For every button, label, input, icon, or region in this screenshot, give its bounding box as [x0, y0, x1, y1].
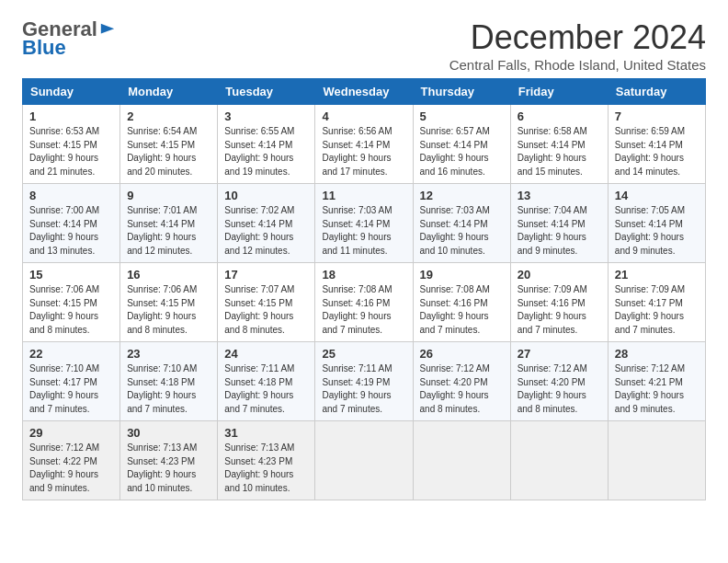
calendar-cell: 9Sunrise: 7:01 AMSunset: 4:14 PMDaylight… — [120, 184, 218, 263]
calendar-cell: 18Sunrise: 7:08 AMSunset: 4:16 PMDayligh… — [315, 263, 413, 342]
cell-content: Sunrise: 7:09 AMSunset: 4:16 PMDaylight:… — [518, 283, 601, 337]
weekday-header-sunday: Sunday — [23, 79, 120, 105]
day-number: 10 — [224, 189, 308, 202]
calendar-cell — [315, 421, 413, 500]
calendar-cell: 5Sunrise: 6:57 AMSunset: 4:14 PMDaylight… — [413, 105, 510, 184]
calendar-cell: 26Sunrise: 7:12 AMSunset: 4:20 PMDayligh… — [413, 342, 510, 421]
cell-content: Sunrise: 7:01 AMSunset: 4:14 PMDaylight:… — [127, 204, 210, 258]
day-number: 4 — [322, 109, 405, 123]
cell-content: Sunrise: 7:08 AMSunset: 4:16 PMDaylight:… — [322, 283, 405, 337]
day-number: 21 — [615, 268, 699, 282]
day-number: 31 — [224, 426, 308, 440]
cell-content: Sunrise: 6:53 AMSunset: 4:15 PMDaylight:… — [29, 125, 113, 178]
calendar-cell: 19Sunrise: 7:08 AMSunset: 4:16 PMDayligh… — [413, 263, 510, 342]
day-number: 8 — [29, 189, 113, 202]
calendar-cell: 6Sunrise: 6:58 AMSunset: 4:14 PMDaylight… — [510, 105, 608, 184]
calendar-cell: 24Sunrise: 7:11 AMSunset: 4:18 PMDayligh… — [218, 342, 315, 421]
day-number: 29 — [29, 426, 113, 440]
cell-content: Sunrise: 7:06 AMSunset: 4:15 PMDaylight:… — [29, 283, 113, 337]
calendar-cell: 27Sunrise: 7:12 AMSunset: 4:20 PMDayligh… — [510, 342, 608, 421]
day-number: 2 — [127, 109, 210, 123]
calendar-week-3: 15Sunrise: 7:06 AMSunset: 4:15 PMDayligh… — [23, 263, 706, 342]
day-number: 17 — [224, 268, 308, 282]
calendar-table: SundayMondayTuesdayWednesdayThursdayFrid… — [22, 78, 706, 500]
day-number: 28 — [615, 347, 699, 361]
calendar-cell: 14Sunrise: 7:05 AMSunset: 4:14 PMDayligh… — [608, 184, 705, 263]
day-number: 16 — [127, 268, 210, 282]
day-number: 6 — [518, 109, 601, 123]
day-number: 22 — [29, 347, 113, 361]
logo: General Blue — [22, 18, 116, 59]
cell-content: Sunrise: 6:59 AMSunset: 4:14 PMDaylight:… — [615, 125, 699, 178]
day-number: 27 — [518, 347, 601, 361]
cell-content: Sunrise: 7:06 AMSunset: 4:15 PMDaylight:… — [127, 283, 210, 337]
logo-flag-icon — [99, 22, 116, 39]
calendar-cell: 10Sunrise: 7:02 AMSunset: 4:14 PMDayligh… — [218, 184, 315, 263]
day-number: 9 — [127, 189, 210, 202]
day-number: 11 — [322, 189, 405, 202]
weekday-header-monday: Monday — [120, 79, 218, 105]
location-subtitle: Central Falls, Rhode Island, United Stat… — [449, 57, 706, 73]
page-header: General Blue December 2024 Central Falls… — [22, 18, 706, 73]
calendar-cell: 30Sunrise: 7:13 AMSunset: 4:23 PMDayligh… — [120, 421, 218, 500]
calendar-week-1: 1Sunrise: 6:53 AMSunset: 4:15 PMDaylight… — [23, 105, 706, 184]
cell-content: Sunrise: 7:12 AMSunset: 4:21 PMDaylight:… — [615, 362, 699, 416]
cell-content: Sunrise: 7:12 AMSunset: 4:22 PMDaylight:… — [29, 442, 113, 495]
cell-content: Sunrise: 7:02 AMSunset: 4:14 PMDaylight:… — [224, 204, 308, 258]
cell-content: Sunrise: 6:56 AMSunset: 4:14 PMDaylight:… — [322, 125, 405, 178]
calendar-cell: 13Sunrise: 7:04 AMSunset: 4:14 PMDayligh… — [510, 184, 608, 263]
day-number: 26 — [420, 347, 504, 361]
title-area: December 2024 Central Falls, Rhode Islan… — [449, 18, 706, 73]
day-number: 15 — [29, 268, 113, 282]
day-number: 30 — [127, 426, 210, 440]
svg-marker-0 — [101, 24, 114, 34]
day-number: 20 — [518, 268, 601, 282]
cell-content: Sunrise: 7:05 AMSunset: 4:14 PMDaylight:… — [615, 204, 699, 258]
day-number: 18 — [322, 268, 405, 282]
cell-content: Sunrise: 7:12 AMSunset: 4:20 PMDaylight:… — [518, 362, 601, 416]
cell-content: Sunrise: 7:11 AMSunset: 4:18 PMDaylight:… — [224, 362, 308, 416]
calendar-week-4: 22Sunrise: 7:10 AMSunset: 4:17 PMDayligh… — [23, 342, 706, 421]
calendar-cell — [608, 421, 705, 500]
calendar-cell: 11Sunrise: 7:03 AMSunset: 4:14 PMDayligh… — [315, 184, 413, 263]
cell-content: Sunrise: 7:08 AMSunset: 4:16 PMDaylight:… — [420, 283, 504, 337]
cell-content: Sunrise: 7:11 AMSunset: 4:19 PMDaylight:… — [322, 362, 405, 416]
weekday-header-row: SundayMondayTuesdayWednesdayThursdayFrid… — [23, 79, 706, 105]
day-number: 5 — [420, 109, 504, 123]
calendar-cell: 8Sunrise: 7:00 AMSunset: 4:14 PMDaylight… — [23, 184, 120, 263]
calendar-cell: 3Sunrise: 6:55 AMSunset: 4:14 PMDaylight… — [218, 105, 315, 184]
cell-content: Sunrise: 7:03 AMSunset: 4:14 PMDaylight:… — [420, 204, 504, 258]
cell-content: Sunrise: 7:12 AMSunset: 4:20 PMDaylight:… — [420, 362, 504, 416]
cell-content: Sunrise: 6:55 AMSunset: 4:14 PMDaylight:… — [224, 125, 308, 178]
calendar-cell: 20Sunrise: 7:09 AMSunset: 4:16 PMDayligh… — [510, 263, 608, 342]
calendar-cell: 31Sunrise: 7:13 AMSunset: 4:23 PMDayligh… — [218, 421, 315, 500]
calendar-cell: 2Sunrise: 6:54 AMSunset: 4:15 PMDaylight… — [120, 105, 218, 184]
day-number: 13 — [518, 189, 601, 202]
cell-content: Sunrise: 6:54 AMSunset: 4:15 PMDaylight:… — [127, 125, 210, 178]
calendar-cell: 12Sunrise: 7:03 AMSunset: 4:14 PMDayligh… — [413, 184, 510, 263]
cell-content: Sunrise: 7:09 AMSunset: 4:17 PMDaylight:… — [615, 283, 699, 337]
cell-content: Sunrise: 6:58 AMSunset: 4:14 PMDaylight:… — [518, 125, 601, 178]
calendar-cell: 25Sunrise: 7:11 AMSunset: 4:19 PMDayligh… — [315, 342, 413, 421]
weekday-header-thursday: Thursday — [413, 79, 510, 105]
day-number: 3 — [224, 109, 308, 123]
weekday-header-wednesday: Wednesday — [315, 79, 413, 105]
calendar-cell — [413, 421, 510, 500]
cell-content: Sunrise: 7:04 AMSunset: 4:14 PMDaylight:… — [518, 204, 601, 258]
calendar-cell: 29Sunrise: 7:12 AMSunset: 4:22 PMDayligh… — [23, 421, 120, 500]
calendar-cell: 23Sunrise: 7:10 AMSunset: 4:18 PMDayligh… — [120, 342, 218, 421]
calendar-cell: 1Sunrise: 6:53 AMSunset: 4:15 PMDaylight… — [23, 105, 120, 184]
cell-content: Sunrise: 7:13 AMSunset: 4:23 PMDaylight:… — [224, 442, 308, 495]
calendar-cell: 16Sunrise: 7:06 AMSunset: 4:15 PMDayligh… — [120, 263, 218, 342]
calendar-cell: 4Sunrise: 6:56 AMSunset: 4:14 PMDaylight… — [315, 105, 413, 184]
weekday-header-saturday: Saturday — [608, 79, 705, 105]
day-number: 19 — [420, 268, 504, 282]
logo-blue: Blue — [22, 37, 66, 59]
calendar-cell: 17Sunrise: 7:07 AMSunset: 4:15 PMDayligh… — [218, 263, 315, 342]
weekday-header-friday: Friday — [510, 79, 608, 105]
cell-content: Sunrise: 7:10 AMSunset: 4:18 PMDaylight:… — [127, 362, 210, 416]
day-number: 1 — [29, 109, 113, 123]
day-number: 24 — [224, 347, 308, 361]
cell-content: Sunrise: 6:57 AMSunset: 4:14 PMDaylight:… — [420, 125, 504, 178]
calendar-body: 1Sunrise: 6:53 AMSunset: 4:15 PMDaylight… — [23, 105, 706, 500]
